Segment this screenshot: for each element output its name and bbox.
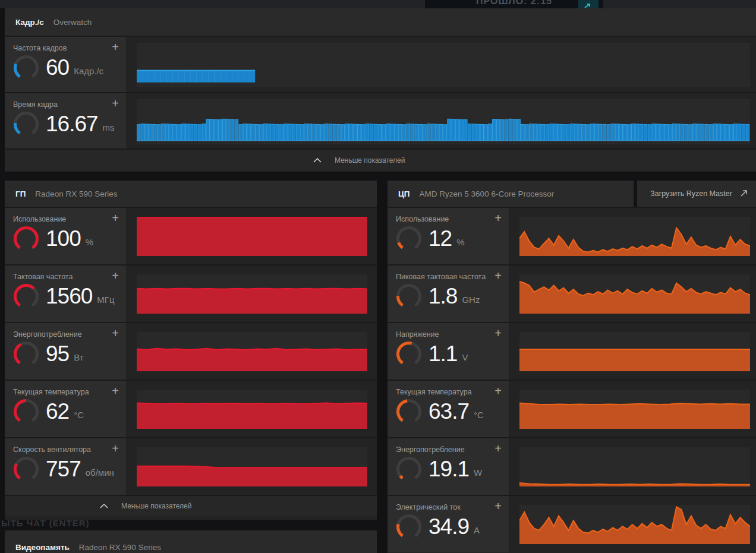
gauge-icon bbox=[13, 111, 39, 137]
metric-chart bbox=[137, 99, 750, 144]
fps-panel-title: Кадр./с bbox=[15, 18, 44, 27]
top-strip: ПРОШЛО: 2:15 bbox=[0, 0, 756, 8]
metric-unit: A bbox=[474, 519, 480, 535]
metric-unit: ms bbox=[103, 116, 115, 132]
add-metric-button[interactable]: + bbox=[112, 444, 119, 453]
add-metric-button[interactable]: + bbox=[112, 99, 119, 108]
metric-chart bbox=[137, 274, 367, 314]
add-metric-button[interactable]: + bbox=[494, 271, 502, 280]
gauge-icon bbox=[13, 456, 39, 482]
metric-value: 16.67 bbox=[46, 112, 98, 137]
fps-collapse-label: Меньше показателей bbox=[335, 156, 405, 165]
metric-unit: % bbox=[86, 231, 93, 247]
metric-chart bbox=[137, 390, 367, 429]
external-link-icon bbox=[740, 189, 748, 197]
metric-card: Частота кадров + 60 Кадр./с bbox=[5, 37, 126, 92]
metric-chart bbox=[137, 447, 367, 486]
gauge-icon bbox=[396, 399, 422, 425]
metric-row: Текущая температура + 62 °C bbox=[5, 380, 377, 437]
metric-value: 1560 bbox=[46, 284, 92, 309]
metric-chart bbox=[519, 447, 750, 486]
add-metric-button[interactable]: + bbox=[494, 501, 502, 511]
metric-card: Тактовая частота + 1560 МГц bbox=[5, 266, 126, 322]
gauge-icon bbox=[13, 226, 39, 252]
cpu-panel-header: ЦП AMD Ryzen 5 3600 6-Core Processor bbox=[388, 181, 634, 207]
metric-row: Энергопотребление + 95 Вт bbox=[5, 322, 377, 380]
metric-row: Использование + 12 % bbox=[388, 207, 756, 264]
gpu-panel-title: ГП bbox=[15, 189, 26, 198]
metric-row: Частота кадров + 60 Кадр./с bbox=[5, 36, 756, 92]
gpu-collapse-button[interactable]: Меньше показателей bbox=[5, 495, 377, 516]
add-metric-button[interactable]: + bbox=[112, 42, 119, 52]
gauge-icon bbox=[13, 55, 39, 81]
gpu-collapse-label: Меньше показателей bbox=[121, 502, 191, 510]
metric-row: Текущая температура + 63.7 °C bbox=[388, 380, 756, 437]
timer-arrow-icon bbox=[578, 0, 598, 8]
metric-value: 60 bbox=[46, 55, 69, 80]
metric-row: Энергопотребление + 19.1 W bbox=[388, 437, 756, 495]
metric-card: Использование + 12 % bbox=[388, 208, 509, 264]
metric-card: Текущая температура + 63.7 °C bbox=[388, 381, 509, 437]
gpu-panel: ГП Radeon RX 590 Series Использование + … bbox=[5, 181, 377, 520]
fps-panel-header: Кадр./с Overwatch bbox=[5, 8, 756, 36]
add-metric-button[interactable]: + bbox=[112, 386, 119, 396]
metric-unit: W bbox=[474, 462, 482, 478]
gauge-icon bbox=[396, 283, 422, 309]
metric-row: Скорость вентилятора + 757 об/мин bbox=[5, 437, 377, 495]
metric-unit: % bbox=[456, 231, 464, 247]
metric-card: Пиковая тактовая частота + 1.8 GHz bbox=[388, 266, 509, 322]
gauge-icon bbox=[396, 456, 422, 482]
add-metric-button[interactable]: + bbox=[112, 213, 119, 223]
ryzen-master-button-label: Загрузить Ryzen Master bbox=[650, 189, 732, 198]
add-metric-button[interactable]: + bbox=[494, 386, 502, 396]
metric-value: 19.1 bbox=[429, 457, 469, 482]
metric-row: Тактовая частота + 1560 МГц bbox=[5, 264, 377, 322]
metric-chart bbox=[519, 505, 750, 544]
metric-label: Напряжение bbox=[396, 328, 494, 339]
metric-label: Текущая температура bbox=[13, 386, 112, 396]
metric-card: Текущая температура + 62 °C bbox=[5, 381, 126, 437]
metric-row: Использование + 100 % bbox=[5, 207, 377, 264]
metric-label: Частота кадров bbox=[13, 42, 112, 52]
gauge-icon bbox=[13, 399, 39, 425]
metric-value: 12 bbox=[429, 226, 452, 251]
metric-chart bbox=[137, 332, 367, 371]
fps-panel: Кадр./с Overwatch Частота кадров + 60 Ка… bbox=[5, 8, 756, 172]
metric-chart bbox=[137, 43, 750, 87]
gauge-icon bbox=[13, 283, 39, 309]
metric-card: Энергопотребление + 95 Вт bbox=[5, 323, 126, 380]
metric-unit: об/мин bbox=[86, 462, 114, 478]
vram-panel-subtitle: Radeon RX 590 Series bbox=[79, 543, 161, 552]
metric-label: Скорость вентилятора bbox=[13, 444, 112, 454]
download-ryzen-master-button[interactable]: Загрузить Ryzen Master bbox=[637, 181, 756, 207]
vram-panel-header: Видеопамять Radeon RX 590 Series bbox=[5, 530, 377, 553]
add-metric-button[interactable]: + bbox=[112, 328, 119, 338]
metric-row: Пиковая тактовая частота + 1.8 GHz bbox=[388, 264, 756, 322]
gauge-icon bbox=[13, 341, 39, 367]
add-metric-button[interactable]: + bbox=[494, 444, 502, 453]
metric-label: Использование bbox=[13, 213, 112, 223]
fps-collapse-button[interactable]: Меньше показателей bbox=[5, 148, 756, 171]
chevron-up-icon bbox=[100, 504, 108, 508]
metric-unit: МГц bbox=[97, 289, 114, 305]
metric-card: Энергопотребление + 19.1 W bbox=[388, 438, 509, 495]
fps-panel-subtitle: Overwatch bbox=[53, 18, 92, 27]
gpu-panel-header: ГП Radeon RX 590 Series bbox=[5, 181, 377, 207]
vram-panel: Видеопамять Radeon RX 590 Series bbox=[5, 530, 377, 553]
add-metric-button[interactable]: + bbox=[494, 213, 502, 223]
add-metric-button[interactable]: + bbox=[494, 328, 502, 338]
metric-chart bbox=[519, 332, 750, 371]
metric-chart bbox=[519, 274, 750, 314]
add-metric-button[interactable]: + bbox=[112, 271, 119, 280]
metric-value: 1.1 bbox=[429, 342, 457, 366]
metric-row: Электрический ток + 34.9 A bbox=[388, 495, 756, 552]
metric-card: Скорость вентилятора + 757 об/мин bbox=[5, 438, 126, 495]
metric-unit: GHz bbox=[462, 289, 480, 305]
metric-unit: Кадр./с bbox=[74, 60, 103, 76]
metric-label: Энергопотребление bbox=[13, 328, 112, 339]
vram-panel-title: Видеопамять bbox=[15, 543, 70, 552]
metric-card: Использование + 100 % bbox=[5, 208, 126, 264]
metric-label: Пиковая тактовая частота bbox=[396, 271, 494, 281]
metric-value: 100 bbox=[46, 226, 81, 251]
metric-value: 34.9 bbox=[429, 514, 469, 539]
